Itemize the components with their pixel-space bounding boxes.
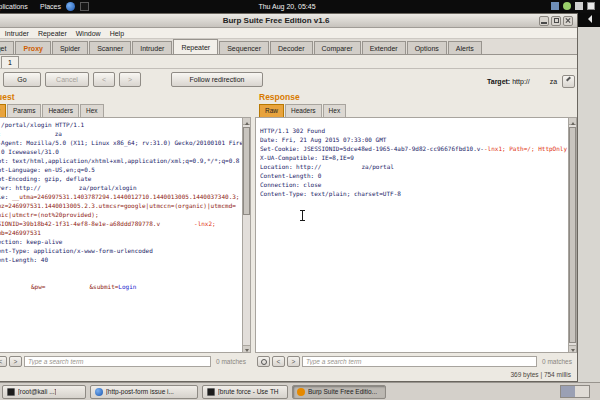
request-search-input[interactable]	[24, 356, 211, 367]
target-scheme: http://	[512, 78, 530, 85]
search-icon[interactable]	[257, 356, 270, 367]
iceweasel-icon	[95, 388, 103, 396]
response-tab-hex[interactable]: Hex	[323, 104, 347, 117]
scroll-down-icon[interactable]	[243, 345, 250, 352]
scrollbar-thumb[interactable]	[243, 127, 250, 215]
response-text[interactable]: HTTP/1.1 302 FoundDate: Fri, 21 Aug 2015…	[256, 118, 568, 352]
request-tab-hex[interactable]: Hex	[80, 104, 104, 117]
taskbar-item-bruteforce-terminal[interactable]: [brute force - Use TH	[202, 385, 288, 399]
follow-redirection-button[interactable]: Follow redirection	[171, 72, 263, 87]
search-prev-button[interactable]: <	[0, 356, 7, 367]
request-search-bar: < > 0 matches	[0, 353, 251, 369]
tab-extender[interactable]: Extender	[362, 41, 406, 54]
response-search-matches: 0 matches	[539, 358, 575, 365]
search-prev-button[interactable]: <	[272, 356, 285, 367]
minimize-icon[interactable]	[539, 16, 549, 26]
terminal-icon	[7, 388, 15, 396]
menu-bar: Burp Intruder Repeater Window Help	[0, 28, 577, 39]
terminal-icon	[207, 388, 215, 396]
cancel-button[interactable]: Cancel	[45, 72, 89, 87]
scroll-up-icon[interactable]	[243, 118, 250, 125]
taskbar-item-burp[interactable]: Burp Suite Free Editio...	[292, 385, 386, 399]
main-tab-bar: Target Proxy Spider Scanner Intruder Rep…	[0, 39, 577, 55]
tab-target[interactable]: Target	[0, 41, 14, 54]
scroll-up-icon[interactable]	[569, 118, 576, 125]
taskbar-item-label: [root@kali ...]	[18, 388, 56, 395]
request-scrollbar[interactable]	[242, 118, 250, 352]
tab-sequencer[interactable]: Sequencer	[219, 41, 269, 54]
burp-icon	[297, 388, 305, 396]
target-host-suffix: za	[550, 78, 557, 85]
response-viewer[interactable]: HTTP/1.1 302 FoundDate: Fri, 21 Aug 2015…	[255, 117, 577, 353]
tab-alerts[interactable]: Alerts	[448, 41, 482, 54]
tab-intruder[interactable]: Intruder	[132, 41, 172, 54]
request-tab-headers[interactable]: Headers	[42, 104, 79, 117]
request-view-tabs: Raw Params Headers Hex	[0, 104, 105, 117]
scrollbar-thumb[interactable]	[569, 127, 576, 343]
search-next-button[interactable]: >	[9, 356, 22, 367]
scroll-down-icon[interactable]	[569, 345, 576, 352]
request-search-matches: 0 matches	[213, 358, 249, 365]
volume-icon[interactable]	[584, 15, 592, 23]
tab-spider[interactable]: Spider	[52, 41, 88, 54]
tab-scanner[interactable]: Scanner	[89, 41, 131, 54]
screen: Applications Places Thu Aug 20, 05:45 Bu…	[0, 0, 600, 400]
menu-intruder[interactable]: Intruder	[5, 30, 29, 37]
response-panel-title: Response	[259, 91, 300, 104]
tab-options[interactable]: Options	[407, 41, 447, 54]
taskbar: [root@kali ...] [http-post-form issue i.…	[0, 382, 600, 400]
window-titlebar[interactable]: Burp Suite Free Edition v1.6	[0, 14, 577, 28]
menu-repeater[interactable]: Repeater	[38, 30, 67, 37]
search-next-button[interactable]: >	[287, 356, 300, 367]
response-view-tabs: Raw Headers Hex	[259, 104, 347, 117]
go-button[interactable]: Go	[3, 72, 41, 87]
response-scrollbar[interactable]	[568, 118, 576, 352]
response-tab-headers[interactable]: Headers	[285, 104, 322, 117]
repeater-controls: Go Cancel < > Follow redirection Target:…	[0, 69, 577, 91]
network-icon[interactable]	[551, 2, 559, 10]
tab-repeater[interactable]: Repeater	[173, 39, 218, 54]
tab-decoder[interactable]: Decoder	[270, 41, 312, 54]
workspace-pager[interactable]	[560, 385, 590, 398]
workspace-2[interactable]	[575, 386, 589, 397]
menu-window[interactable]: Window	[76, 30, 101, 37]
window-title: Burp Suite Free Edition v1.6	[0, 14, 577, 27]
maximize-icon[interactable]	[551, 16, 561, 26]
tab-proxy[interactable]: Proxy	[15, 41, 50, 54]
next-request-button[interactable]: >	[119, 72, 141, 87]
target-display: Target: http:// za	[487, 74, 575, 88]
response-tab-raw[interactable]: Raw	[259, 104, 284, 117]
taskbar-item-browser[interactable]: [http-post-form issue i...	[90, 385, 198, 399]
request-text[interactable]: POST /portal/xlogin HTTP/1.1Host: zaUser…	[0, 118, 242, 352]
taskbar-item-label: Burp Suite Free Editio...	[308, 388, 377, 395]
i-beam-cursor	[299, 210, 306, 222]
request-panel-title: Request	[0, 91, 15, 104]
system-tray	[551, 2, 595, 10]
taskbar-item-root-terminal[interactable]: [root@kali ...]	[2, 385, 86, 399]
clock[interactable]: Thu Aug 20, 05:45	[0, 3, 600, 10]
target-label: Target:	[487, 78, 510, 85]
prev-request-button[interactable]: <	[93, 72, 115, 87]
close-icon[interactable]	[563, 16, 573, 26]
desktop: Applications Places Thu Aug 20, 05:45 Bu…	[0, 0, 600, 400]
status-icon[interactable]	[563, 2, 571, 10]
response-search-input[interactable]	[302, 356, 537, 367]
target-host-redacted	[532, 81, 548, 82]
request-editor[interactable]: POST /portal/xlogin HTTP/1.1Host: zaUser…	[0, 117, 251, 353]
display-icon[interactable]	[575, 2, 583, 10]
repeater-tab-1[interactable]: 1	[1, 56, 19, 68]
tab-comparer[interactable]: Comparer	[314, 41, 361, 54]
desktop-topbar: Applications Places Thu Aug 20, 05:45	[0, 0, 600, 13]
repeater-tab-row: 1	[0, 55, 577, 69]
workspace-1[interactable]	[561, 386, 575, 397]
response-panel: Response Raw Headers Hex HTTP/1.1 302 Fo…	[255, 91, 577, 381]
taskbar-item-label: [http-post-form issue i...	[106, 388, 174, 395]
battery-icon[interactable]	[587, 2, 595, 10]
taskbar-item-label: [brute force - Use TH	[218, 388, 279, 395]
menu-help[interactable]: Help	[110, 30, 124, 37]
request-tab-params[interactable]: Params	[7, 104, 41, 117]
request-tab-raw[interactable]: Raw	[0, 104, 6, 117]
request-panel: Request Raw Params Headers Hex POST /por…	[0, 91, 251, 381]
edit-target-icon[interactable]	[562, 75, 575, 88]
burp-window: Burp Suite Free Edition v1.6 Burp Intrud…	[0, 13, 578, 382]
